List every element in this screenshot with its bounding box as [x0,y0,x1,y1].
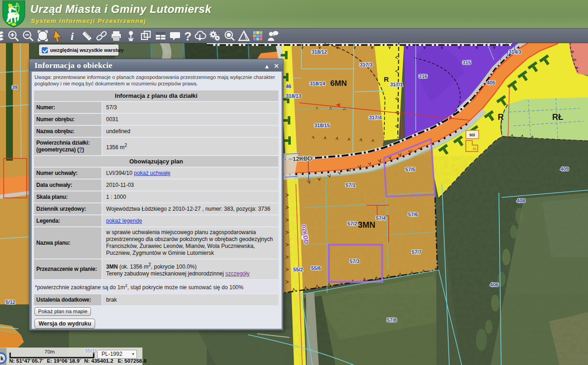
svg-text:317/4: 317/4 [369,115,382,120]
svg-text:409: 409 [560,166,569,172]
svg-text:5/12: 5/12 [6,299,15,305]
svg-text:90i: 90i [469,133,475,137]
svg-text:316: 316 [419,73,427,79]
svg-text:314/3: 314/3 [509,49,521,55]
svg-text:55/6: 55/6 [311,265,321,271]
svg-text:318/12: 318/12 [311,49,327,55]
svg-text:46: 46 [286,84,291,89]
svg-text:m: m [473,146,476,151]
svg-text:3MN: 3MN [358,220,375,230]
svg-text:57/1: 57/1 [345,182,355,188]
svg-text:318/14: 318/14 [310,81,326,86]
svg-text:RŁ: RŁ [552,112,563,122]
svg-text:57/6: 57/6 [408,212,418,217]
svg-text:317/3: 317/3 [360,62,373,67]
svg-text:?: ? [184,29,192,43]
svg-text:55/2: 55/2 [293,267,303,272]
svg-text:k: k [0,355,4,362]
svg-text:318/13: 318/13 [286,93,301,99]
svg-text:57/7: 57/7 [412,249,421,255]
svg-text:315: 315 [463,60,471,65]
svg-text:318/15: 318/15 [314,123,330,128]
svg-text:R: R [384,75,389,83]
svg-text:317/1: 317/1 [390,82,403,87]
svg-text:57/3: 57/3 [350,258,359,264]
svg-text:57/2: 57/2 [347,221,357,226]
svg-text:408: 408 [517,198,525,203]
svg-text:405: 405 [487,80,495,85]
svg-text:57/5: 57/5 [405,167,415,172]
svg-text:57/8: 57/8 [387,317,396,323]
svg-text:406: 406 [490,282,498,287]
svg-text:57/4: 57/4 [376,215,386,221]
svg-text:39: 39 [12,84,17,90]
svg-text:i: i [71,30,74,42]
svg-text:12KDD: 12KDD [293,155,312,162]
svg-text:R: R [498,112,504,122]
svg-text:6MN: 6MN [330,79,347,88]
